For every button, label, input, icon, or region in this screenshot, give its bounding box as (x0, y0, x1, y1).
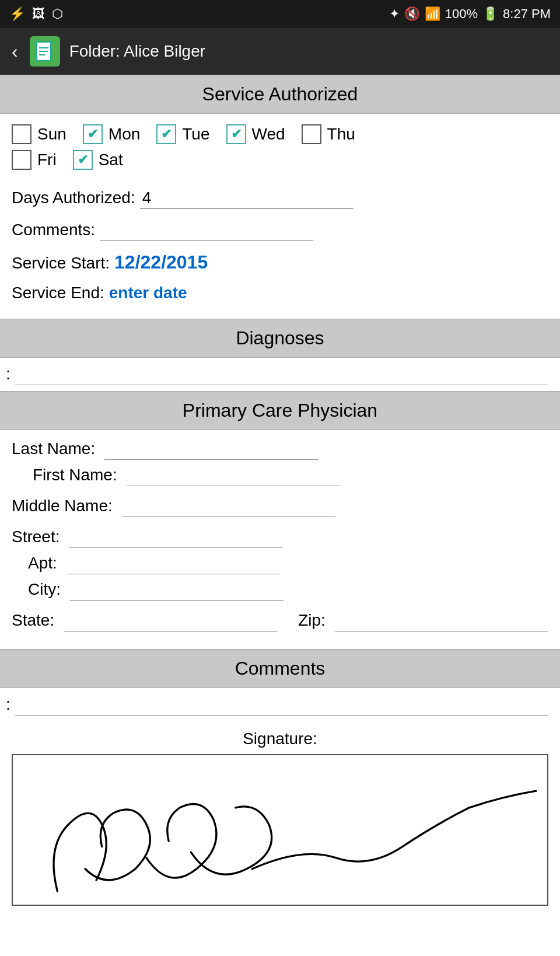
diagnoses-colon: : (6, 365, 10, 383)
diagnoses-field-row: : (0, 358, 560, 391)
day-sun-label: Sun (37, 125, 66, 144)
pcp-apt-label: Apt: (28, 554, 57, 573)
wifi-icon: 📶 (425, 6, 440, 22)
pcp-state-label: State: (12, 611, 54, 630)
service-authorized-header: Service Authorized (0, 75, 560, 114)
day-sat-label: Sat (99, 151, 123, 169)
back-button[interactable]: ‹ (12, 41, 18, 62)
service-end-value[interactable]: enter date (109, 284, 187, 302)
pcp-apt-group: Apt: (28, 553, 280, 574)
signature-label: Signature: (243, 730, 317, 748)
checkbox-wed[interactable] (226, 124, 246, 144)
day-sat[interactable]: Sat (73, 150, 123, 170)
checkbox-mon[interactable] (83, 124, 103, 144)
comments-row: Comments: (12, 219, 548, 241)
comments-label: Comments: (12, 221, 95, 239)
diagnoses-input[interactable] (15, 364, 548, 385)
day-thu[interactable]: Thu (302, 124, 355, 144)
days-authorized-input[interactable] (140, 187, 354, 209)
pcp-lastname-input[interactable] (104, 438, 318, 460)
day-tue[interactable]: Tue (156, 124, 209, 144)
bluetooth-icon: ✦ (389, 6, 400, 22)
pcp-street-group: Street: (12, 526, 282, 548)
pcp-middlename-input[interactable] (122, 496, 335, 517)
pcp-lastname-label: Last Name: (12, 439, 95, 458)
pcp-middlename-label: Middle Name: (12, 497, 113, 515)
app-icon (30, 36, 60, 67)
service-form: Days Authorized: Comments: Service Start… (0, 182, 560, 319)
pcp-street-input[interactable] (69, 526, 282, 548)
pcp-city-group: City: (28, 579, 284, 601)
status-bar: ⚡ 🖼 ⬡ ✦ 🔇 📶 100% 🔋 8:27 PM (0, 0, 560, 28)
comments-colon: : (6, 695, 10, 714)
pcp-city-label: City: (28, 580, 61, 599)
comments-field-row: : (0, 688, 560, 721)
day-tue-label: Tue (182, 125, 209, 144)
signature-section: Signature: (0, 721, 560, 906)
day-wed-label: Wed (252, 125, 285, 144)
day-thu-label: Thu (327, 125, 355, 144)
folder-label: Folder: Alice Bilger (69, 42, 205, 61)
days-authorized-label: Days Authorized: (12, 189, 135, 207)
mute-icon: 🔇 (404, 6, 420, 22)
battery-icon: 🔋 (482, 6, 498, 22)
comments-section-input[interactable] (15, 694, 548, 716)
dropbox-icon: ⬡ (52, 6, 63, 22)
status-bar-right: ✦ 🔇 📶 100% 🔋 8:27 PM (389, 6, 551, 22)
pcp-state-input[interactable] (64, 610, 277, 631)
day-mon-label: Mon (108, 125, 140, 144)
checkbox-thu[interactable] (302, 124, 321, 144)
pcp-firstname-label: First Name: (33, 466, 117, 484)
pcp-middlename-row: Middle Name: (12, 496, 548, 517)
days-row-1: Sun Mon Tue Wed Thu (12, 124, 548, 144)
day-mon[interactable]: Mon (83, 124, 140, 144)
pcp-name-row: Last Name: First Name: (12, 438, 548, 486)
day-wed[interactable]: Wed (226, 124, 285, 144)
days-section: Sun Mon Tue Wed Thu Fri (0, 114, 560, 182)
pcp-zip-input[interactable] (335, 610, 548, 631)
days-row-2: Fri Sat (12, 150, 548, 170)
pcp-zip-label: Zip: (298, 611, 326, 630)
battery-percent: 100% (445, 6, 478, 22)
pcp-zip-group: Zip: (298, 610, 548, 631)
signature-box[interactable] (12, 754, 548, 906)
header-bar: ‹ Folder: Alice Bilger (0, 28, 560, 75)
pcp-city-input[interactable] (70, 579, 284, 601)
checkbox-sun[interactable] (12, 124, 32, 144)
diagnoses-header: Diagnoses (0, 319, 560, 358)
service-end-row: Service End: enter date (12, 284, 548, 302)
service-start-label: Service Start: (12, 254, 110, 273)
pcp-header: Primary Care Physician (0, 391, 560, 430)
service-start-row: Service Start: 12/22/2015 (12, 252, 548, 273)
signature-svg (13, 755, 547, 905)
clock: 8:27 PM (503, 6, 551, 22)
pcp-section: Last Name: First Name: Middle Name: Stre… (0, 430, 560, 649)
pcp-middlename-group: Middle Name: (12, 496, 335, 517)
image-icon: 🖼 (32, 6, 45, 22)
comments-section-header: Comments (0, 649, 560, 688)
checkbox-sat[interactable] (73, 150, 93, 170)
days-authorized-row: Days Authorized: (12, 187, 548, 209)
pcp-statzip-row: State: Zip: (12, 610, 548, 631)
pcp-street-label: Street: (12, 528, 60, 546)
service-end-label: Service End: (12, 284, 104, 302)
pcp-address-row: Street: Apt: City: (12, 526, 548, 601)
checkbox-fri[interactable] (12, 150, 32, 170)
day-fri-label: Fri (37, 151, 57, 169)
day-fri[interactable]: Fri (12, 150, 57, 170)
pcp-apt-input[interactable] (66, 553, 280, 574)
pcp-firstname-input[interactable] (127, 465, 340, 486)
checkbox-tue[interactable] (156, 124, 176, 144)
usb-icon: ⚡ (9, 6, 25, 22)
pcp-state-group: State: (12, 610, 277, 631)
service-start-value[interactable]: 12/22/2015 (114, 252, 208, 273)
status-bar-left: ⚡ 🖼 ⬡ (9, 6, 63, 22)
pcp-firstname-group: First Name: (33, 465, 340, 486)
comments-input[interactable] (100, 219, 313, 241)
day-sun[interactable]: Sun (12, 124, 66, 144)
pcp-lastname-group: Last Name: (12, 438, 318, 460)
